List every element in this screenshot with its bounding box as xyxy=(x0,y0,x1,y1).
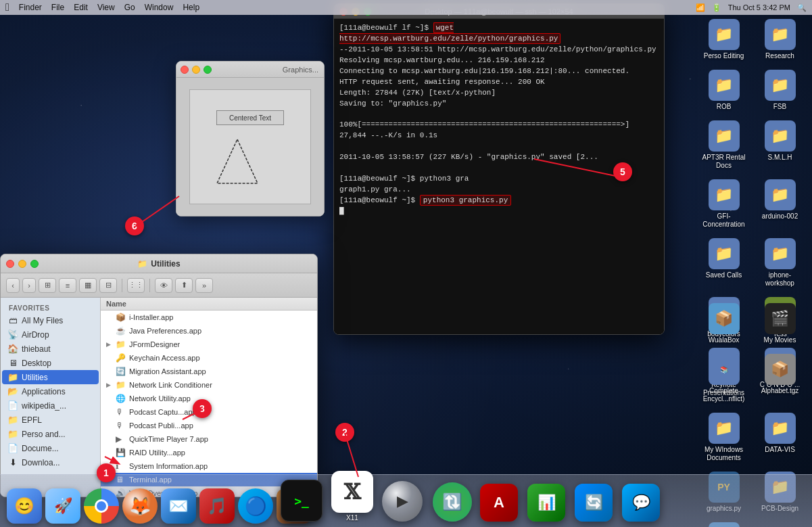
epfl-icon: 📁 xyxy=(7,415,18,425)
desktop-icon-wualabox[interactable]: 📦 WualaBox xyxy=(698,301,749,346)
desktop-icon-encyclopedia[interactable]: 📚 Complete Encycl...nflict) xyxy=(698,352,749,405)
finder-window: 📁 Utilities ‹ › ⊞ ≡ ▦ ⊟ ⋮⋮ 👁 ⬆ » FAVORIT… xyxy=(0,254,318,497)
terminal-line-7: Saving to: "graphics.py" xyxy=(339,99,659,110)
dock-item-acrobat[interactable]: A xyxy=(480,484,518,522)
file-item-java[interactable]: ☕ Java Preferences.app xyxy=(101,324,317,338)
file-item-sysinfo[interactable]: ℹ System Information.app xyxy=(101,459,317,473)
file-item-quicktime[interactable]: ▶ QuickTime Player 7.app xyxy=(101,432,317,446)
back-button[interactable]: ‹ xyxy=(6,278,20,293)
finder-menu[interactable]: Finder xyxy=(19,3,42,12)
desktop-icon-gfi[interactable]: 📁 GFI-Concentration xyxy=(698,177,749,231)
sidebar-item-wikipedia[interactable]: 📄 wikipedia_... xyxy=(2,398,99,413)
sidebar-item-downloads[interactable]: ⬇ Downloa... xyxy=(2,455,99,469)
desktop-icon-research[interactable]: 📁 Research xyxy=(755,17,805,62)
sidebar-item-documents[interactable]: 📄 Docume... xyxy=(2,441,99,455)
dock-item-skype-2[interactable]: 💬 xyxy=(622,484,660,522)
sidebar-item-thiebaut[interactable]: 🏠 thiebaut xyxy=(2,342,99,356)
desktop-icon-savedcalls[interactable]: 📁 Saved Calls xyxy=(698,236,749,290)
java-icon: ☕ xyxy=(116,326,126,336)
file-item-networklinkcon[interactable]: ▶ 📁 Network Link Conditioner xyxy=(101,378,317,392)
dock-item-terminal-main[interactable]: >_ xyxy=(281,480,323,522)
file-item-migration[interactable]: 🔄 Migration Assistant.app xyxy=(101,365,317,378)
sidebar-item-applications[interactable]: 📂 Applications xyxy=(2,384,99,398)
forward-button[interactable]: › xyxy=(22,278,36,293)
go-menu[interactable]: Go xyxy=(124,3,135,12)
desktop-icon-smlh[interactable]: 📁 S.M.L.H xyxy=(755,118,805,172)
file-item-raid[interactable]: 💾 RAID Utility...app xyxy=(101,446,317,459)
desktop-icon-alphabet[interactable]: 📦 Alphabet.tgz xyxy=(755,352,805,405)
file-item-podcastpubl[interactable]: 🎙 Podcast Publi...app xyxy=(101,419,317,432)
file-menu[interactable]: File xyxy=(51,3,64,12)
dock-item-quicktime[interactable]: ▶ xyxy=(382,481,423,522)
sidebar-item-epfl[interactable]: 📁 EPFL xyxy=(2,413,99,427)
desktop-icon-windows-docs[interactable]: 📁 My WIndows Documents xyxy=(698,411,749,464)
keychain-label: Keychain Access.app xyxy=(129,354,200,362)
desktop-icon-perso[interactable]: 📁 Perso Editing xyxy=(698,17,749,62)
desktop-icon-iphone[interactable]: 📁 iphone-workshop xyxy=(755,236,805,290)
annotation-5: 5 xyxy=(613,162,632,181)
sidebar-item-all-my-files[interactable]: 🗃 All My Files xyxy=(2,313,99,327)
graphics-canvas[interactable]: Centered Text xyxy=(189,89,311,204)
more-button[interactable]: » xyxy=(195,278,213,293)
graphics-maximize-button[interactable] xyxy=(204,66,212,74)
dock-item-x11[interactable]: 𝕏 X11 xyxy=(331,471,373,522)
finder-close-button[interactable] xyxy=(6,260,14,268)
graphics-close-button[interactable] xyxy=(181,66,189,74)
finder-dock-icon: 😊 xyxy=(7,488,42,524)
help-menu[interactable]: Help xyxy=(183,3,199,12)
terminal-python-tab: [111a@beowulf ~]$ python3 gra xyxy=(339,174,659,185)
window-menu[interactable]: Window xyxy=(145,3,174,12)
desktop-icon-mymovies[interactable]: 🎬 My Movies xyxy=(755,301,805,346)
jform-expand-icon[interactable]: ▶ xyxy=(106,341,113,348)
documents-label: Docume... xyxy=(22,444,59,453)
desktop-icon-rob[interactable]: 📁 ROB xyxy=(698,68,749,113)
wikipedia-label: wikipedia_... xyxy=(22,401,66,411)
migration-label: Migration Assistant.app xyxy=(129,367,206,375)
dock-item-itunes[interactable]: 🎵 xyxy=(199,488,235,524)
finder-titlebar: 📁 Utilities xyxy=(1,254,317,273)
finder-minimize-button[interactable] xyxy=(18,260,26,268)
share-button[interactable]: ⬆ xyxy=(175,278,193,293)
networklinkcon-expand-icon[interactable]: ▶ xyxy=(106,382,113,388)
file-item-keychain[interactable]: 🔑 Keychain Access.app xyxy=(101,351,317,365)
sidebar-item-utilities[interactable]: 📁 Utilities xyxy=(2,370,99,384)
desktop-icon-fsb[interactable]: 📁 FSB xyxy=(755,68,805,113)
sidebar-item-desktop[interactable]: 🖥 Desktop xyxy=(2,356,99,370)
column-view-button[interactable]: ▦ xyxy=(79,278,97,293)
dock-item-software-update[interactable]: 🔄 xyxy=(575,484,613,522)
desktop-icon-arduino[interactable]: 📁 arduino-002 xyxy=(755,177,805,231)
edit-menu[interactable]: Edit xyxy=(74,3,88,12)
list-view-button[interactable]: ≡ xyxy=(59,278,76,293)
wualabox-label: WualaBox xyxy=(709,336,739,344)
dock-item-activity[interactable]: 📊 xyxy=(527,484,565,522)
spotlight-icon[interactable]: 🔍 xyxy=(797,3,807,12)
action-button[interactable]: 👁 xyxy=(155,278,172,293)
dock-item-chrome[interactable] xyxy=(84,488,119,524)
encyclopedia-icon: 📚 xyxy=(709,354,740,385)
arrange-button[interactable]: ⋮⋮ xyxy=(127,278,145,293)
dock-item-mail[interactable]: ✉️ xyxy=(161,488,196,524)
file-item-iinstaller[interactable]: 📦 i-Installer.app xyxy=(101,311,317,324)
finder-title-text: Utilities xyxy=(151,259,180,269)
dock-item-skype[interactable]: 🔵 xyxy=(238,488,273,524)
dock-item-firefox[interactable]: 🦊 xyxy=(122,488,158,524)
wikipedia-icon: 📄 xyxy=(7,400,18,411)
cover-view-button[interactable]: ⊟ xyxy=(99,278,117,293)
desktop-icon-apt3r[interactable]: 📁 APT3R Rental Docs xyxy=(698,118,749,172)
graphics-minimize-button[interactable] xyxy=(192,66,200,74)
sidebar-item-perso[interactable]: 📁 Perso and... xyxy=(2,427,99,441)
view-menu[interactable]: View xyxy=(97,3,115,12)
dock-item-launchpad[interactable]: 🚀 xyxy=(45,488,80,524)
terminal-line-4: Connecting to mcsp.wartburg.edu|216.159.… xyxy=(339,66,659,77)
raid-label: RAID Utility...app xyxy=(129,449,185,457)
dock-item-growl[interactable]: 🔃 xyxy=(433,482,472,522)
file-item-jformdesigner[interactable]: ▶ 📁 JFormDesigner xyxy=(101,338,317,351)
apple-menu[interactable]:  xyxy=(5,1,9,14)
graphics-content[interactable]: Centered Text xyxy=(176,78,324,216)
icon-view-button[interactable]: ⊞ xyxy=(39,278,56,293)
applications-icon: 📂 xyxy=(7,386,18,396)
desktop-icon-datavis[interactable]: 📁 DATA-VIS xyxy=(755,411,805,464)
dock-item-finder[interactable]: 😊 xyxy=(7,488,42,524)
finder-maximize-button[interactable] xyxy=(30,260,39,268)
sidebar-item-airdrop[interactable]: 📡 AirDrop xyxy=(2,327,99,342)
